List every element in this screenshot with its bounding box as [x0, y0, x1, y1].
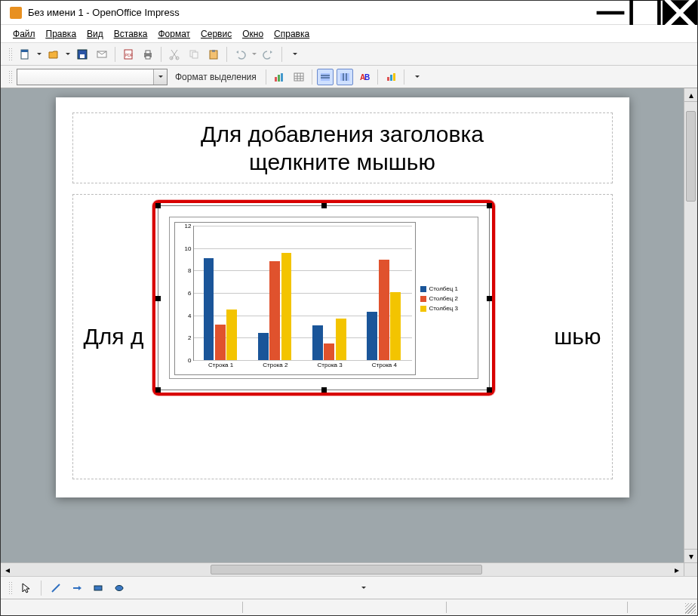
svg-rect-36 — [387, 77, 389, 81]
title-placeholder[interactable]: Для добавления заголовка щелкните мышью — [72, 112, 613, 183]
xtick-label: Строка 3 — [318, 360, 343, 368]
bar — [269, 261, 280, 360]
svg-rect-19 — [212, 50, 215, 52]
hscroll-right[interactable]: ▸ — [670, 563, 684, 576]
title-text-line1: Для добавления заголовка — [201, 120, 484, 149]
print-button[interactable] — [140, 46, 156, 63]
horizontal-scrollbar[interactable]: ◂ ▸ — [1, 562, 697, 576]
line-tool[interactable] — [48, 580, 64, 596]
window-title: Без имени 1 - OpenOffice Impress — [28, 7, 593, 18]
axis-label-button[interactable]: AB — [356, 69, 373, 85]
maximize-button[interactable] — [628, 1, 663, 25]
slide[interactable]: Для добавления заголовка щелкните мышью … — [56, 97, 629, 497]
legend-item-1: Столбец 1 — [420, 285, 472, 292]
chart-table-button[interactable] — [291, 69, 307, 85]
canvas-area: Для добавления заголовка щелкните мышью … — [1, 88, 697, 562]
hscroll-track[interactable] — [14, 563, 670, 576]
arrow-tool[interactable] — [69, 580, 85, 596]
bar — [281, 253, 292, 360]
undo-button[interactable] — [232, 46, 248, 63]
new-button[interactable] — [17, 46, 33, 63]
bar — [215, 325, 226, 360]
selection-frame[interactable]: 024681012Строка 1Строка 2Строка 3Строка … — [158, 205, 490, 390]
chart-object[interactable]: 024681012Строка 1Строка 2Строка 3Строка … — [154, 202, 494, 394]
menu-help[interactable]: Справка — [269, 27, 314, 41]
menu-file[interactable]: Файл — [8, 27, 40, 41]
resize-handle-tm[interactable] — [321, 203, 327, 208]
bar — [379, 260, 389, 361]
app-window: Без имени 1 - OpenOffice Impress Файл Пр… — [0, 0, 698, 616]
menu-format[interactable]: Формат — [153, 27, 195, 41]
plot-area: 024681012Строка 1Строка 2Строка 3Строка … — [193, 226, 412, 361]
slide-canvas[interactable]: Для добавления заголовка щелкните мышью … — [1, 88, 684, 562]
email-button[interactable] — [94, 46, 110, 63]
rectangle-tool[interactable] — [90, 580, 106, 596]
titlebar[interactable]: Без имени 1 - OpenOffice Impress — [1, 1, 697, 25]
chart-type-button[interactable] — [383, 69, 399, 85]
drawing-toolbar — [1, 576, 697, 599]
resize-handle-tl[interactable] — [155, 203, 161, 208]
legend-label-1: Столбец 1 — [429, 285, 459, 292]
hgrid-button[interactable] — [317, 69, 334, 85]
content-text-left: Для д — [84, 324, 144, 350]
toolbar2-more[interactable] — [409, 69, 426, 85]
ytick-label: 4 — [179, 312, 194, 319]
menu-view[interactable]: Вид — [82, 27, 108, 41]
bar — [324, 343, 334, 360]
chart-data-button[interactable] — [271, 69, 288, 85]
legend-swatch-1 — [420, 286, 426, 292]
redo-button[interactable] — [260, 46, 277, 63]
vgrid-button[interactable] — [337, 69, 353, 85]
content-text-right: шью — [554, 324, 601, 350]
statusbar — [1, 599, 697, 615]
resize-grip[interactable] — [685, 603, 696, 614]
svg-rect-22 — [281, 73, 283, 82]
vscroll-thumb[interactable] — [686, 111, 696, 202]
save-button[interactable] — [74, 46, 91, 63]
toolbar-more[interactable] — [287, 46, 303, 63]
drawbar-grip[interactable] — [8, 581, 12, 595]
copy-button[interactable] — [186, 46, 202, 63]
resize-handle-lm[interactable] — [155, 296, 161, 301]
close-button[interactable] — [663, 1, 697, 25]
cut-button[interactable] — [166, 46, 183, 63]
toolbar-grip[interactable] — [8, 48, 12, 61]
export-pdf-button[interactable]: PDF — [120, 46, 137, 63]
style-select[interactable] — [17, 69, 168, 85]
menu-insert[interactable]: Вставка — [109, 27, 152, 41]
minimize-button[interactable] — [593, 1, 628, 25]
open-button[interactable] — [45, 46, 62, 63]
menu-tools[interactable]: Сервис — [196, 27, 236, 41]
resize-handle-tr[interactable] — [487, 203, 492, 208]
resize-handle-bl[interactable] — [155, 387, 161, 393]
new-dropdown[interactable] — [36, 46, 42, 63]
ellipse-tool[interactable] — [111, 580, 128, 596]
drawbar-more[interactable] — [355, 580, 372, 596]
chart-plot: 024681012Строка 1Строка 2Строка 3Строка … — [174, 222, 416, 375]
bar — [336, 319, 346, 360]
menu-window[interactable]: Окно — [238, 27, 268, 41]
ytick-label: 2 — [179, 334, 194, 341]
bar — [226, 310, 237, 360]
bar — [204, 258, 214, 360]
toolbar2-grip[interactable] — [8, 70, 12, 84]
vscroll-down[interactable]: ▾ — [684, 549, 697, 562]
undo-dropdown[interactable] — [251, 46, 257, 63]
svg-rect-12 — [146, 51, 150, 54]
paste-button[interactable] — [205, 46, 222, 63]
resize-handle-bm[interactable] — [321, 387, 327, 393]
resize-handle-br[interactable] — [487, 387, 492, 393]
resize-handle-rm[interactable] — [487, 296, 492, 301]
open-dropdown[interactable] — [65, 46, 71, 63]
hscroll-thumb[interactable] — [211, 565, 482, 574]
svg-point-42 — [115, 585, 123, 590]
pointer-tool[interactable] — [18, 580, 35, 596]
hscroll-left[interactable]: ◂ — [1, 563, 14, 576]
menu-edit[interactable]: Правка — [42, 27, 81, 41]
vertical-scrollbar[interactable]: ▴ ▾ — [684, 88, 697, 562]
ytick-label: 10 — [179, 245, 194, 251]
svg-rect-5 — [21, 50, 28, 52]
vscroll-up[interactable]: ▴ — [684, 88, 697, 102]
legend-label-3: Столбец 3 — [429, 305, 459, 312]
chart-embedded[interactable]: 024681012Строка 1Строка 2Строка 3Строка … — [169, 217, 478, 379]
